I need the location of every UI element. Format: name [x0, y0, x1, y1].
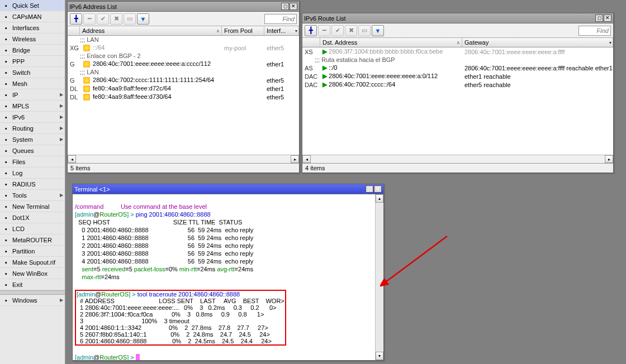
enable-button[interactable]: ✔ [331, 25, 344, 36]
sidebar-item-capsman[interactable]: ▪CAPsMAN [0, 11, 65, 22]
remove-button[interactable]: ━ [83, 13, 96, 25]
route-titlebar[interactable]: IPv6 Route List ◻ ✕ [302, 13, 613, 23]
table-row[interactable]: DL fe80::4aa9:8aff:feee:d730/64ether5 [68, 93, 299, 101]
add-button[interactable]: ╋ [305, 25, 317, 36]
sidebar-item-lcd[interactable]: ▪LCD [0, 223, 65, 234]
add-button[interactable]: ╋ [70, 13, 82, 25]
row-flags: DAC [302, 82, 320, 88]
sidebar-label: MetaROUTER [12, 237, 63, 243]
restore-button[interactable]: ◻ [595, 15, 603, 22]
sidebar-item-routing[interactable]: ▪Routing▶ [0, 123, 65, 134]
traceroute-row: 6 2001:4860:4860::8888 0% 2 24.5ms 24.5 … [77, 338, 272, 344]
submenu-arrow-icon: ▶ [60, 92, 63, 97]
table-row[interactable]: DL fe80::4aa9:8aff:feee:d72c/64ether1 [68, 84, 299, 93]
scroll-right-icon[interactable]: ▸ [291, 155, 299, 163]
find-input[interactable] [578, 26, 611, 36]
table-row[interactable]: G 2806:40c:7001:eeee:eeee:eeee:a:cccc/11… [68, 60, 299, 68]
row-pool: my-pool [222, 45, 264, 51]
sidebar-item-log[interactable]: ▪Log [0, 167, 65, 179]
sidebar-item-bridge[interactable]: ▪Bridge [0, 45, 65, 56]
sidebar-item-queues[interactable]: ▪Queues [0, 145, 65, 156]
grid-comment: ;;; LAN [68, 68, 299, 76]
row-address: fe80::4aa9:8aff:feee:d730/64 [80, 93, 222, 100]
address-titlebar[interactable]: IPv6 Address List ◻ ✕ [68, 2, 299, 12]
sidebar-item-interfaces[interactable]: ▪Interfaces [0, 22, 65, 33]
col-flags[interactable] [302, 38, 320, 47]
col-interface[interactable]: Interf... [264, 26, 299, 35]
restore-button[interactable]: ◻ [281, 3, 289, 10]
address-toolbar: ╋ ━ ✔ ✖ ▭ ▼ [68, 12, 299, 26]
col-flags[interactable] [68, 26, 80, 35]
table-row[interactable]: G 2806:40c:7002:cccc:1111:1111:1111:254/… [68, 76, 299, 84]
menu-icon: ▪ [2, 213, 11, 222]
sidebar-item-make-supout-rif[interactable]: ▪Make Supout.rif [0, 257, 65, 268]
row-flags: DL [68, 85, 80, 92]
sidebar-item-switch[interactable]: ▪Switch [0, 67, 65, 78]
col-dst-address[interactable]: Dst. Address [320, 38, 462, 47]
col-gateway[interactable]: Gateway [462, 38, 613, 47]
sidebar-item-tools[interactable]: ▪Tools▶ [0, 190, 65, 201]
menu-icon: ▪ [2, 280, 11, 289]
scroll-up-icon[interactable]: ▴ [376, 194, 383, 203]
terminal-output[interactable]: /command Use command at the base level [… [73, 194, 383, 360]
sidebar-item-ip[interactable]: ▪IP▶ [0, 89, 65, 100]
find-input[interactable] [264, 14, 297, 24]
sidebar-item-windows[interactable]: ▪Windows▶ [0, 295, 65, 306]
grid-comment: ;;; LAN [68, 36, 299, 44]
route-grid[interactable]: XS▶ 2806:3f7:1004:bbbb:bbbb:bbbb:f0ca:be… [302, 47, 613, 155]
scroll-right-icon[interactable]: ▸ [605, 155, 613, 163]
disable-button[interactable]: ✖ [110, 13, 122, 25]
terminal-titlebar[interactable]: Terminal <1> ◻ ✕ [73, 184, 383, 194]
close-button[interactable]: ✕ [290, 3, 297, 10]
sidebar-item-radius[interactable]: ▪RADIUS [0, 179, 65, 190]
row-gateway: 2806:40c:7001:eeee:eeee:eeee:a:ffff reac… [462, 65, 613, 71]
scroll-left-icon[interactable]: ◂ [68, 155, 76, 163]
col-from-pool[interactable]: From Pool [222, 26, 264, 35]
restore-button[interactable]: ◻ [366, 185, 373, 193]
route-icon: ▶ [323, 81, 327, 88]
remove-button[interactable]: ━ [318, 25, 330, 36]
enable-button[interactable]: ✔ [97, 13, 109, 25]
scroll-left-icon[interactable]: ◂ [302, 155, 311, 163]
close-button[interactable]: ✕ [374, 185, 382, 193]
menu-icon: ▪ [2, 135, 11, 144]
close-button[interactable]: ✕ [604, 15, 611, 22]
table-row[interactable]: XG ::/64my-poolether5 [68, 44, 299, 52]
table-row[interactable]: DAC▶ 2806:40c:7001:eeee:eeee:eeee:a:0/11… [302, 72, 613, 80]
sidebar-label: IP [12, 92, 60, 98]
sidebar-item-metarouter[interactable]: ▪MetaROUTER [0, 234, 65, 246]
sidebar-item-ipv6[interactable]: ▪IPv6▶ [0, 112, 65, 123]
sidebar-label: Wireless [12, 36, 63, 42]
scroll-down-icon[interactable]: ▾ [376, 352, 383, 360]
col-address[interactable]: Address [80, 26, 222, 35]
sidebar-item-exit[interactable]: ▪Exit [0, 279, 65, 290]
table-row[interactable]: XS▶ 2806:3f7:1004:bbbb:bbbb:bbbb:f0ca:be… [302, 47, 613, 56]
submenu-arrow-icon: ▶ [60, 193, 63, 198]
route-hscroll[interactable]: ◂▸ [302, 155, 613, 163]
menu-icon: ▪ [2, 68, 11, 77]
sidebar-item-new-terminal[interactable]: ▪New Terminal [0, 201, 65, 212]
address-hscroll[interactable]: ◂▸ [68, 155, 299, 163]
sidebar-item-quick-set[interactable]: ▪Quick Set [0, 0, 65, 11]
sidebar-item-new-winbox[interactable]: ▪New WinBox [0, 268, 65, 279]
terminal-window: Terminal <1> ◻ ✕ /command Use command at… [72, 184, 384, 361]
sidebar-item-partition[interactable]: ▪Partition [0, 246, 65, 257]
comment-button[interactable]: ▭ [358, 25, 371, 36]
table-row[interactable]: AS▶ ::/02806:40c:7001:eeee:eeee:eeee:a:f… [302, 64, 613, 72]
sidebar-item-ppp[interactable]: ▪PPP [0, 56, 65, 67]
disable-button[interactable]: ✖ [345, 25, 357, 36]
comment-button[interactable]: ▭ [124, 13, 136, 25]
sidebar-item-wireless[interactable]: ▪Wireless [0, 33, 65, 45]
address-grid[interactable]: ;;; LANXG ::/64my-poolether5;;; Enlace c… [68, 36, 299, 155]
table-row[interactable]: DAC▶ 2806:40c:7002:cccc::/64ether5 reach… [302, 80, 613, 89]
sidebar-item-files[interactable]: ▪Files [0, 156, 65, 167]
grid-comment: ;;; Ruta estatica hacia el BGP [302, 56, 613, 64]
sidebar-item-mpls[interactable]: ▪MPLS▶ [0, 100, 65, 112]
filter-button[interactable]: ▼ [137, 13, 149, 25]
sidebar-item-dot1x[interactable]: ▪Dot1X [0, 212, 65, 223]
menu-icon: ▪ [2, 102, 11, 111]
filter-button[interactable]: ▼ [372, 25, 384, 36]
sidebar-item-mesh[interactable]: ▪Mesh [0, 78, 65, 89]
sidebar-label: Queues [12, 147, 63, 154]
sidebar-item-system[interactable]: ▪System▶ [0, 134, 65, 145]
